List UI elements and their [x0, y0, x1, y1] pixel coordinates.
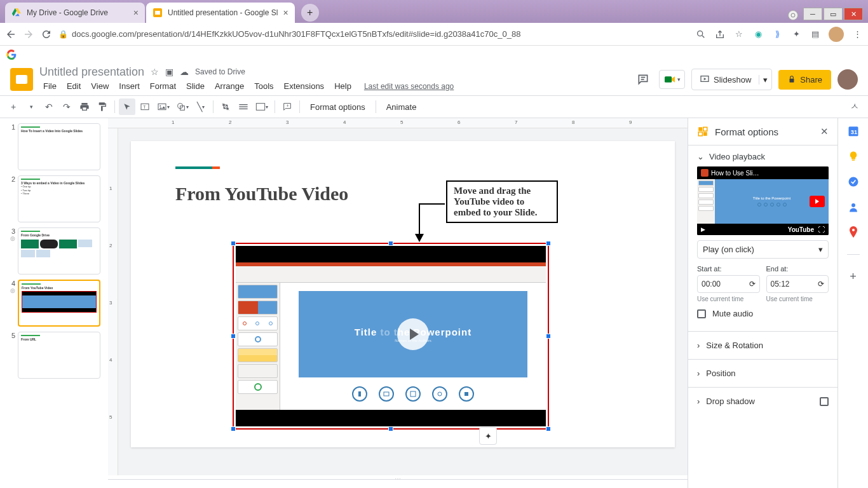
slide-thumbnail-3[interactable]: From Google Drive	[18, 227, 100, 274]
slide-thumbnail-2[interactable]: 3 Ways to embed a Video in Google Slides…	[18, 175, 100, 222]
crop-tool[interactable]	[217, 98, 234, 115]
url-field[interactable]: 🔒 docs.google.com/presentation/d/14HEfKz…	[58, 29, 689, 39]
contacts-icon[interactable]	[847, 201, 860, 214]
close-icon[interactable]: ×	[278, 8, 288, 18]
textbox-tool[interactable]: T	[137, 98, 153, 115]
close-icon[interactable]: ×	[128, 8, 139, 18]
calendar-icon[interactable]: 31	[847, 125, 860, 137]
last-edit-link[interactable]: Last edit was seconds ago	[364, 82, 454, 91]
hide-panel-icon[interactable]: ›	[847, 485, 860, 488]
resize-handle[interactable]	[231, 241, 236, 246]
paint-format-button[interactable]	[94, 98, 111, 115]
comment-icon[interactable]: +	[279, 98, 295, 115]
move-icon[interactable]: ▣	[165, 67, 173, 77]
menu-edit[interactable]: Edit	[63, 80, 85, 92]
browser-tab-drive[interactable]: My Drive - Google Drive ×	[5, 3, 145, 23]
extension-icon-2[interactable]: ⟫	[771, 29, 783, 40]
share-button[interactable]: Share	[778, 70, 831, 90]
play-small-icon[interactable]: ▶	[701, 226, 705, 233]
new-slide-caret[interactable]: ▾	[23, 98, 39, 115]
doc-title[interactable]: Untitled presentation	[39, 65, 144, 79]
meet-button[interactable]: ▾	[659, 70, 685, 89]
slideshow-button[interactable]: Slideshow ▾	[691, 69, 772, 90]
position-section[interactable]: ›Position	[688, 359, 837, 387]
close-window-button[interactable]: ✕	[844, 8, 863, 20]
play-mode-select[interactable]: Play (on click) ▾	[697, 240, 829, 259]
end-at-input[interactable]: 05:12 ⟳	[766, 275, 829, 293]
reload-button[interactable]	[41, 29, 52, 40]
forward-button[interactable]	[23, 29, 34, 40]
slides-product-icon[interactable]	[10, 68, 33, 91]
add-addon-icon[interactable]: +	[847, 270, 860, 283]
explore-button[interactable]: ✦	[479, 427, 497, 445]
animate-button[interactable]: Animate	[380, 102, 423, 112]
menu-help[interactable]: Help	[330, 80, 355, 92]
slide-thumbnail-1[interactable]: How To Insert a Video Into Google Slides	[18, 123, 100, 170]
resize-handle[interactable]	[546, 241, 551, 246]
slide-thumbnail-5[interactable]: From URL	[18, 332, 100, 379]
undo-button[interactable]: ↶	[41, 98, 57, 115]
chrome-account-icon[interactable]	[788, 10, 798, 20]
drop-shadow-checkbox[interactable]	[820, 397, 829, 406]
browser-tab-slides[interactable]: Untitled presentation - Google Sl ×	[146, 3, 295, 23]
mask-tool[interactable]	[235, 98, 252, 115]
star-icon[interactable]: ☆	[151, 67, 159, 77]
use-current-end[interactable]: Use current time	[766, 295, 829, 302]
back-button[interactable]	[5, 29, 17, 40]
youtube-logo[interactable]: YouTube	[788, 226, 814, 233]
slide[interactable]: From YouTube Video Move and drag the You…	[131, 141, 675, 447]
select-tool[interactable]	[119, 98, 135, 115]
video-playback-header[interactable]: ⌄ Video playback	[697, 152, 829, 161]
extensions-icon[interactable]: ✦	[790, 29, 802, 40]
menu-view[interactable]: View	[87, 80, 112, 92]
resize-handle[interactable]	[546, 426, 551, 431]
fullscreen-icon[interactable]: ⛶	[818, 226, 825, 233]
drop-shadow-section[interactable]: ›Drop shadow	[688, 387, 837, 415]
share-url-icon[interactable]	[714, 29, 726, 40]
mute-checkbox[interactable]	[697, 309, 706, 318]
play-icon[interactable]	[397, 318, 429, 350]
video-preview[interactable]: How to Use Sli… Title to the Powerpoint …	[697, 166, 829, 235]
filmstrip[interactable]: 1 How To Insert a Video Into Google Slid…	[0, 118, 108, 488]
use-current-start[interactable]: Use current time	[697, 295, 760, 302]
refresh-icon[interactable]: ⟳	[818, 280, 824, 288]
chrome-menu-icon[interactable]: ⋮	[851, 29, 863, 40]
extension-icon-1[interactable]: ◉	[752, 29, 764, 40]
tasks-icon[interactable]	[847, 175, 860, 188]
speaker-notes[interactable]: Click to add speaker notes	[108, 479, 688, 488]
slide-title[interactable]: From YouTube Video	[175, 183, 630, 205]
resize-handle[interactable]	[231, 334, 236, 339]
slide-thumbnail-4[interactable]: From YouTube Video	[18, 280, 100, 327]
start-at-input[interactable]: 00:00 ⟳	[697, 275, 760, 293]
reading-list-icon[interactable]: ▤	[810, 29, 821, 40]
menu-insert[interactable]: Insert	[115, 80, 144, 92]
slide-canvas[interactable]: From YouTube Video Move and drag the You…	[118, 128, 688, 475]
bookmark-icon[interactable]: ☆	[733, 29, 745, 40]
embedded-video[interactable]: Title to the Powerpoint Names of the Aut…	[233, 243, 549, 430]
maximize-button[interactable]: ▭	[824, 8, 843, 20]
size-rotation-section[interactable]: ›Size & Rotation	[688, 331, 837, 359]
resize-handle[interactable]	[388, 426, 393, 431]
resize-handle[interactable]	[231, 426, 236, 431]
zoom-icon[interactable]	[695, 29, 707, 40]
close-panel-icon[interactable]: ✕	[820, 126, 829, 137]
chrome-profile-icon[interactable]	[829, 27, 844, 42]
menu-format[interactable]: Format	[146, 80, 180, 92]
profile-avatar-icon[interactable]	[837, 69, 858, 90]
resize-handle[interactable]	[546, 334, 551, 339]
menu-file[interactable]: File	[39, 80, 60, 92]
menu-slide[interactable]: Slide	[182, 80, 208, 92]
minimize-button[interactable]: ─	[803, 8, 822, 20]
redo-button[interactable]: ↷	[58, 98, 75, 115]
hide-menus-icon[interactable]: ㅅ	[846, 98, 863, 115]
maps-icon[interactable]	[847, 226, 860, 239]
keep-icon[interactable]	[847, 150, 860, 163]
new-tab-button[interactable]: +	[301, 4, 319, 22]
new-slide-button[interactable]: +	[5, 98, 22, 115]
line-tool[interactable]: ╲▾	[193, 98, 209, 115]
image-tool[interactable]: ▾	[154, 98, 172, 115]
resize-handle[interactable]	[388, 241, 393, 246]
refresh-icon[interactable]: ⟳	[749, 280, 756, 288]
youtube-play-icon[interactable]	[810, 196, 825, 207]
menu-extensions[interactable]: Extensions	[280, 80, 329, 92]
